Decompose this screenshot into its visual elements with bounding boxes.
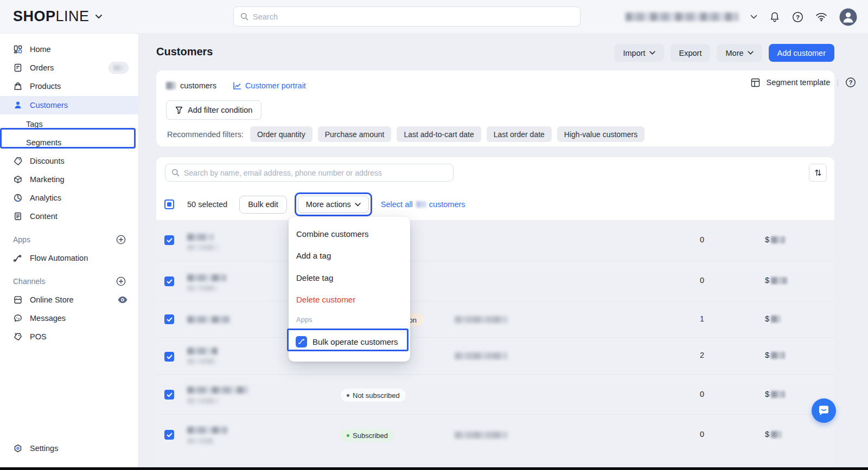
import-button[interactable]: Import [614, 44, 663, 62]
customer-count-blurred [166, 82, 176, 89]
sidebar-item-marketing[interactable]: Marketing [0, 170, 139, 189]
add-filter-condition-button[interactable]: Add filter condition [166, 100, 261, 120]
sort-button[interactable] [809, 164, 827, 182]
sidebar-item-orders[interactable]: Orders [0, 59, 139, 77]
menu-item-delete-customer[interactable]: Delete customer [289, 288, 410, 310]
orders-count: 0 [677, 276, 704, 285]
menu-item-delete-tag[interactable]: Delete tag [289, 267, 410, 288]
customer-name-blurred [187, 316, 229, 323]
total-count-blurred [416, 201, 426, 208]
menu-item-bulk-operate-customers[interactable]: Bulk operate customers [289, 330, 410, 353]
row-checkbox[interactable] [164, 276, 174, 286]
table-row[interactable]: 0 $ [156, 220, 834, 261]
sidebar-item-analytics[interactable]: Analytics [0, 189, 139, 207]
home-icon [13, 45, 22, 54]
store-chevron-down-icon[interactable] [750, 15, 757, 19]
network-wifi-icon[interactable] [815, 12, 827, 22]
customer-email-blurred [187, 244, 219, 250]
tutorial-highlight-more-actions: More actions [295, 192, 372, 216]
sidebar-item-discounts[interactable]: Discounts [0, 152, 139, 170]
shopline-logo[interactable]: SHOPLINE [13, 8, 90, 25]
filter-chip-order-quantity[interactable]: Order quantity [250, 126, 312, 142]
table-row[interactable]: on 1 $ [156, 301, 834, 337]
top-header: SHOPLINE ? [0, 0, 868, 34]
total-spent: $ [765, 276, 787, 285]
recommended-filters-label: Recommended filters: [167, 130, 244, 139]
row-checkbox[interactable] [164, 314, 174, 324]
segment-template-icon [751, 78, 760, 87]
add-customer-button[interactable]: Add customer [769, 44, 834, 62]
avatar[interactable] [839, 8, 857, 26]
sidebar-section-channels: Channels [0, 273, 139, 289]
total-spent: $ [765, 351, 785, 359]
bulk-operate-flow-icon [296, 336, 307, 347]
sidebar-item-pos[interactable]: POS [0, 327, 139, 346]
recommended-filters: Recommended filters: Order quantity Purc… [167, 126, 644, 142]
customer-email-blurred [187, 398, 219, 404]
table-row[interactable]: Subscribed 0 $ [156, 414, 834, 454]
table-search-input[interactable] [184, 169, 447, 177]
more-actions-button[interactable]: More actions [298, 196, 369, 213]
total-spent: $ [765, 390, 785, 398]
sidebar-item-online-store[interactable]: Online Store [0, 291, 139, 309]
store-name-blurred[interactable] [626, 12, 738, 21]
orders-count: 1 [677, 314, 704, 323]
table-row[interactable]: Not subscribed 0 $ [156, 374, 834, 414]
table-row[interactable]: 0 $ [156, 261, 834, 301]
help-icon[interactable]: ? [792, 11, 803, 23]
bulk-edit-button[interactable]: Bulk edit [239, 196, 287, 214]
select-all-checkbox[interactable] [164, 199, 174, 209]
sidebar-item-messages[interactable]: Messages [0, 309, 139, 327]
chat-bubble-icon [818, 404, 830, 417]
global-search[interactable] [233, 7, 580, 27]
menu-item-combine-customers[interactable]: Combine customers [289, 223, 410, 244]
sidebar-item-products[interactable]: Products [0, 77, 139, 95]
bulk-action-bar: 50 selected Bulk edit More actions Selec… [156, 189, 834, 220]
select-all-customers-link[interactable]: Select all customers [381, 200, 465, 209]
flow-automation-icon [13, 254, 22, 263]
filter-chip-last-add-to-cart[interactable]: Last add-to-cart date [397, 126, 481, 142]
row-checkbox[interactable] [164, 352, 174, 362]
support-chat-button[interactable] [812, 398, 836, 423]
orders-count: 2 [677, 351, 704, 359]
filter-chip-last-order-date[interactable]: Last order date [487, 126, 552, 142]
channels-add-icon[interactable] [116, 276, 126, 286]
global-search-input[interactable] [253, 12, 573, 21]
orders-count-badge [108, 62, 129, 74]
more-button[interactable]: More [717, 44, 762, 62]
filter-chip-purchase-amount[interactable]: Purchase amount [318, 126, 392, 142]
sidebar-item-tags[interactable]: Tags [0, 115, 139, 133]
sidebar-item-settings[interactable]: Settings [0, 439, 139, 458]
online-store-visibility-eye-icon[interactable] [117, 296, 128, 304]
orders-count: 0 [677, 235, 704, 244]
table-search[interactable] [165, 164, 454, 182]
customers-tab[interactable]: customers [180, 81, 216, 90]
segment-template-link[interactable]: Segment template [767, 78, 831, 87]
row-checkbox[interactable] [164, 390, 174, 400]
online-store-icon [13, 295, 22, 305]
logo-chevron-down-icon[interactable] [95, 14, 103, 19]
customer-location-blurred [455, 352, 507, 359]
row-checkbox[interactable] [164, 235, 174, 245]
svg-text:?: ? [849, 79, 853, 86]
total-spent: $ [765, 430, 782, 439]
orders-icon [13, 63, 22, 73]
sidebar-item-segments[interactable]: Segments [0, 133, 139, 152]
menu-item-add-a-tag[interactable]: Add a tag [289, 244, 410, 266]
segment-help-icon[interactable]: ? [845, 77, 856, 88]
customer-portrait-link[interactable]: Customer portrait [233, 81, 306, 90]
sidebar-item-home[interactable]: Home [0, 40, 139, 59]
apps-add-icon[interactable] [116, 235, 126, 244]
subscription-badge: Not subscribed [341, 389, 406, 402]
row-checkbox[interactable] [164, 430, 174, 440]
sidebar-item-flow-automation[interactable]: Flow Automation [0, 249, 139, 267]
sort-arrows-icon [814, 169, 822, 177]
customers-icon [13, 101, 22, 110]
export-button[interactable]: Export [671, 44, 711, 62]
sidebar-item-customers[interactable]: Customers [0, 96, 139, 114]
sidebar-item-content[interactable]: Content [0, 207, 139, 226]
table-row[interactable]: 2 $ [156, 337, 834, 374]
marketing-icon [13, 175, 22, 184]
filter-chip-high-value[interactable]: High-value customers [557, 126, 644, 142]
notification-bell-icon[interactable] [769, 11, 780, 23]
